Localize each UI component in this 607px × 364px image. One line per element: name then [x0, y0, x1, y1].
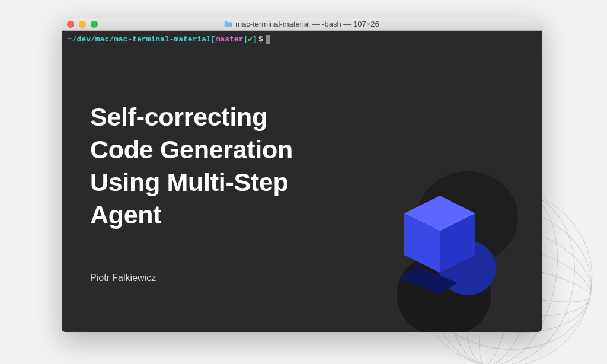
prompt-bracket-close: ]: [253, 35, 257, 44]
prompt-branch: master: [216, 35, 244, 44]
window-title-text: mac-terminal-material — -bash — 107×26: [235, 20, 379, 28]
terminal-body[interactable]: ~/dev/mac/mac-terminal-material [ master…: [62, 31, 542, 332]
prompt-bracket-open: [: [211, 35, 216, 44]
traffic-lights: [62, 21, 98, 28]
author-name: Piotr Falkiewicz: [90, 273, 156, 283]
prompt-pipe: |: [243, 35, 248, 44]
slide-title-line: Self-correcting: [90, 101, 293, 133]
terminal-window: mac-terminal-material — -bash — 107×26 ~…: [62, 18, 542, 332]
slide-title-line: Using Multi-Step: [90, 166, 293, 199]
window-title: mac-terminal-material — -bash — 107×26: [62, 20, 542, 28]
prompt-dollar: $: [258, 35, 263, 44]
zoom-button[interactable]: [91, 21, 98, 28]
folder-icon: [224, 21, 232, 27]
terminal-cursor: [266, 35, 270, 44]
slide-title: Self-correcting Code Generation Using Mu…: [90, 101, 293, 231]
close-button[interactable]: [67, 21, 74, 28]
cube-3d-graphic: [352, 161, 524, 332]
minimize-button[interactable]: [79, 21, 86, 28]
slide-title-line: Agent: [90, 199, 293, 231]
prompt-path: ~/dev/mac/mac-terminal-material: [68, 35, 211, 44]
terminal-prompt: ~/dev/mac/mac-terminal-material [ master…: [68, 34, 536, 44]
prompt-check-icon: ✔: [248, 34, 253, 44]
window-titlebar: mac-terminal-material — -bash — 107×26: [62, 18, 542, 31]
slide-title-line: Code Generation: [90, 133, 293, 166]
